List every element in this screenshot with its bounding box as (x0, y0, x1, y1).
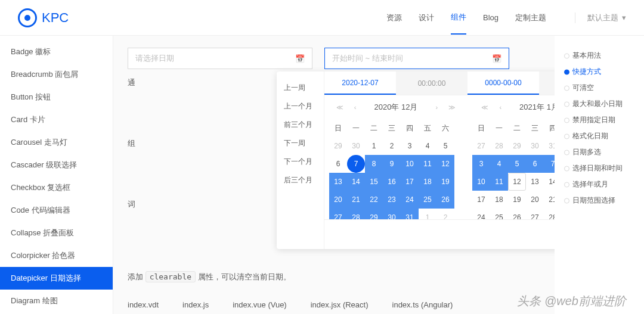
calendar-day[interactable]: 13 (329, 173, 347, 191)
nav-item-2[interactable]: 组件 (451, 1, 466, 35)
calendar-day[interactable]: 17 (472, 191, 490, 209)
calendar-day[interactable]: 29 (508, 137, 526, 155)
calendar-day[interactable]: 3 (472, 155, 490, 173)
calendar-day[interactable]: 6 (526, 155, 544, 173)
calendar-day[interactable]: 27 (472, 137, 490, 155)
calendar-day[interactable]: 14 (544, 173, 555, 191)
calendar-day[interactable]: 20 (329, 191, 347, 209)
tab-time-right[interactable]: 00:00:00 (539, 71, 555, 95)
calendar-day[interactable]: 9 (383, 155, 401, 173)
calendar-day[interactable]: 5 (436, 137, 454, 155)
calendar-day[interactable]: 17 (401, 173, 419, 191)
calendar-day[interactable]: 10 (401, 155, 419, 173)
calendar-day[interactable]: 4 (490, 155, 508, 173)
file-tab[interactable]: index.js (182, 300, 209, 309)
sidebar-item[interactable]: Colorpicker 拾色器 (0, 244, 113, 267)
calendar-day[interactable]: 26 (436, 191, 454, 209)
prev-month-icon[interactable]: ‹ (496, 104, 505, 111)
next-month-icon[interactable]: › (432, 104, 442, 111)
prev-year-icon[interactable]: ≪ (333, 104, 347, 111)
calendar-day[interactable]: 31 (544, 137, 555, 155)
calendar-day[interactable]: 24 (401, 191, 419, 209)
file-tab[interactable]: index.vdt (128, 300, 159, 309)
calendar-day[interactable]: 21 (544, 191, 555, 209)
tab-date-right[interactable]: 0000-00-00 (467, 71, 539, 95)
calendar-day[interactable]: 28 (490, 137, 508, 155)
sidebar-item[interactable]: Datepicker 日期选择 (0, 267, 113, 290)
calendar-day[interactable]: 14 (347, 173, 365, 191)
next-year-icon[interactable]: ≫ (445, 104, 459, 111)
calendar-day[interactable]: 12 (436, 155, 454, 173)
anchor-item[interactable]: 可清空 (564, 80, 634, 96)
date-input-range[interactable]: 开始时间 ~ 结束时间 📅 (324, 48, 509, 69)
file-tab[interactable]: index.vue (Vue) (233, 300, 287, 309)
prev-year-icon[interactable]: ≪ (478, 104, 492, 111)
anchor-item[interactable]: 快捷方式 (564, 64, 634, 80)
sidebar-item[interactable]: Breadcrumb 面包屑 (0, 63, 113, 86)
shortcut-item[interactable]: 下一个月 (277, 153, 324, 171)
sidebar-item[interactable]: Checkbox 复选框 (0, 176, 113, 199)
sidebar-item[interactable]: Cascader 级联选择 (0, 154, 113, 176)
shortcut-item[interactable]: 下一周 (277, 134, 324, 153)
prev-month-icon[interactable]: ‹ (351, 104, 360, 111)
tab-time-left[interactable]: 00:00:00 (396, 71, 467, 95)
logo[interactable]: KPC (18, 8, 69, 27)
nav-item-1[interactable]: 设计 (419, 2, 434, 34)
calendar-day[interactable]: 6 (329, 155, 347, 173)
anchor-item[interactable]: 格式化日期 (564, 128, 634, 144)
theme-select[interactable]: 默认主题▾ (575, 13, 626, 23)
anchor-item[interactable]: 日期多选 (564, 144, 634, 160)
date-input-single[interactable]: 请选择日期 📅 (128, 48, 312, 69)
sidebar-item[interactable]: Code 代码编辑器 (0, 199, 113, 222)
sidebar-item[interactable]: Carousel 走马灯 (0, 131, 113, 154)
nav-item-4[interactable]: 定制主题 (515, 2, 546, 34)
anchor-item[interactable]: 选择年或月 (564, 176, 634, 192)
calendar-day[interactable]: 4 (419, 137, 436, 155)
calendar-day[interactable]: 7 (347, 155, 365, 173)
calendar-day[interactable]: 1 (365, 137, 383, 155)
calendar-day[interactable]: 18 (490, 191, 508, 209)
calendar-day[interactable]: 15 (365, 173, 383, 191)
calendar-day[interactable]: 18 (419, 173, 436, 191)
calendar-day[interactable]: 19 (436, 173, 454, 191)
sidebar-item[interactable]: Collapse 折叠面板 (0, 222, 113, 244)
calendar-day[interactable]: 23 (383, 191, 401, 209)
calendar-day[interactable]: 8 (365, 155, 383, 173)
shortcut-item[interactable]: 上一个月 (277, 97, 324, 116)
shortcut-item[interactable]: 上一周 (277, 79, 324, 97)
calendar-day[interactable]: 29 (329, 137, 347, 155)
calendar-day[interactable]: 12 (508, 173, 526, 191)
shortcut-item[interactable]: 前三个月 (277, 116, 324, 134)
nav-item-0[interactable]: 资源 (386, 2, 402, 34)
calendar-day[interactable]: 20 (526, 191, 544, 209)
nav-item-3[interactable]: Blog (483, 2, 499, 33)
sidebar-item[interactable]: Badge 徽标 (0, 41, 113, 63)
anchor-item[interactable]: 最大和最小日期 (564, 96, 634, 112)
anchor-item[interactable]: 日期范围选择 (564, 192, 634, 209)
calendar-day[interactable]: 16 (383, 173, 401, 191)
calendar-day[interactable]: 25 (419, 191, 436, 209)
calendar-day[interactable]: 11 (490, 173, 508, 191)
calendar-day[interactable]: 13 (526, 173, 544, 191)
calendar-day[interactable]: 30 (347, 137, 365, 155)
anchor-item[interactable]: 禁用指定日期 (564, 112, 634, 128)
tab-date-left[interactable]: 2020-12-07 (324, 71, 396, 95)
calendar-day[interactable]: 19 (508, 191, 526, 209)
file-tab[interactable]: index.jsx (React) (311, 300, 369, 309)
calendar-day[interactable]: 22 (365, 191, 383, 209)
calendar-day[interactable]: 10 (472, 173, 490, 191)
calendar-day[interactable]: 30 (526, 137, 544, 155)
calendar-day[interactable]: 2 (383, 137, 401, 155)
file-tab[interactable]: index.ts (Angular) (392, 300, 453, 309)
sidebar-item[interactable]: Button 按钮 (0, 86, 113, 108)
anchor-item[interactable]: 基本用法 (564, 48, 634, 64)
sidebar-item[interactable]: Card 卡片 (0, 108, 113, 131)
anchor-item[interactable]: 选择日期和时间 (564, 160, 634, 176)
calendar-day[interactable]: 11 (419, 155, 436, 173)
calendar-day[interactable]: 5 (508, 155, 526, 173)
shortcut-item[interactable]: 后三个月 (277, 171, 324, 189)
calendar-day[interactable]: 21 (347, 191, 365, 209)
calendar-day[interactable]: 3 (401, 137, 419, 155)
calendar-day[interactable]: 7 (544, 155, 555, 173)
sidebar-item[interactable]: Diagram 绘图 (0, 290, 113, 312)
